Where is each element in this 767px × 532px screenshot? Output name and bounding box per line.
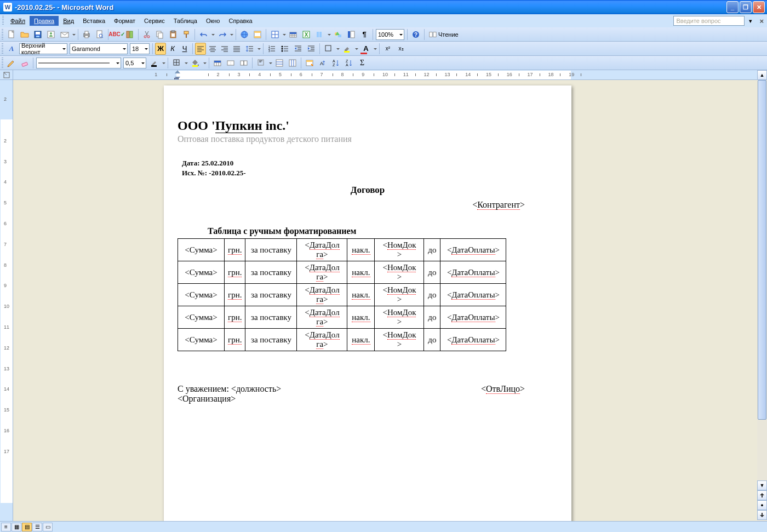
zoom-combo[interactable]: 100% [376, 29, 404, 40]
outside-border-icon[interactable] [322, 43, 340, 55]
table-autoformat-icon[interactable] [304, 57, 316, 69]
close-button[interactable]: ✕ [753, 1, 765, 13]
tables-borders-icon[interactable] [268, 28, 286, 41]
menu-file[interactable]: Файл [6, 16, 30, 26]
scroll-thumb[interactable] [758, 80, 766, 420]
email-icon[interactable] [58, 28, 76, 41]
border-icon[interactable] [170, 57, 188, 69]
header-footer-icon[interactable] [251, 28, 264, 41]
spelling-icon[interactable]: ABC✓ [111, 28, 123, 41]
redo-icon[interactable] [216, 28, 233, 41]
toolbar-grip[interactable] [2, 43, 3, 54]
italic-button[interactable]: К [167, 43, 178, 55]
distribute-rows-icon[interactable] [273, 57, 285, 69]
open-icon[interactable] [19, 28, 31, 41]
maximize-button[interactable]: ❐ [740, 1, 752, 13]
sort-desc-icon[interactable]: ZA [343, 57, 355, 69]
ruler-corner[interactable] [0, 70, 13, 80]
document-meta[interactable]: Дата: 25.02.2010 Исх. №: -2010.02.25- [182, 158, 558, 178]
line-style-combo[interactable] [36, 58, 121, 68]
next-page-icon[interactable] [757, 510, 767, 520]
reading-layout-view-icon[interactable]: ▭ [43, 523, 53, 531]
format-painter-icon[interactable] [180, 28, 192, 41]
align-right-icon[interactable] [219, 43, 230, 55]
align-left-icon[interactable] [195, 43, 206, 55]
document-heading[interactable]: Договор [178, 185, 558, 196]
excel-icon[interactable]: X [300, 28, 312, 41]
toolbar-grip[interactable] [2, 29, 3, 40]
horizontal-ruler[interactable]: 12345678910111213141516171819 [13, 70, 757, 80]
bold-button[interactable]: Ж [155, 43, 166, 55]
table-row[interactable]: <Сумма>грн.за поставку<ДатаДолга>накл.<Н… [178, 284, 506, 306]
doc-map-icon[interactable] [345, 28, 357, 41]
distribute-cols-icon[interactable] [287, 57, 299, 69]
columns-icon[interactable] [313, 28, 331, 41]
table-row[interactable]: <Сумма>грн.за поставку<ДатаДолга>накл.<Н… [178, 306, 506, 329]
eraser-icon[interactable] [19, 57, 31, 69]
shading-color-icon[interactable] [189, 57, 207, 69]
toolbar-grip[interactable] [2, 58, 3, 68]
menu-view[interactable]: Вид [59, 16, 78, 26]
menu-window[interactable]: Окно [202, 16, 225, 26]
research-icon[interactable] [124, 28, 136, 41]
line-weight-combo[interactable]: 0,5 [123, 58, 146, 68]
table-row[interactable]: <Сумма>грн.за поставку<ДатаДолга>накл.<Н… [178, 329, 506, 351]
increase-indent-icon[interactable] [305, 43, 317, 55]
border-color-icon[interactable] [148, 57, 165, 69]
counterparty-placeholder[interactable]: <Контрагент> [178, 200, 558, 210]
underline-button[interactable]: Ч [179, 43, 190, 55]
align-justify-icon[interactable] [231, 43, 242, 55]
closing-block[interactable]: С уважением: <должность> <Организация> <… [178, 384, 558, 404]
table-row[interactable]: <Сумма>грн.за поставку<ДатаДолга>накл.<Н… [178, 261, 506, 284]
normal-view-icon[interactable]: ≡ [1, 523, 11, 531]
vertical-scrollbar[interactable]: ▲ ▼ ● [757, 70, 767, 521]
insert-table-icon[interactable] [211, 57, 224, 69]
browse-object-icon[interactable]: ● [757, 500, 767, 510]
draw-table-icon[interactable] [5, 57, 18, 69]
reading-layout-button[interactable]: Чтение [426, 28, 461, 41]
scroll-down-icon[interactable]: ▼ [757, 480, 767, 490]
align-center-icon[interactable] [207, 43, 218, 55]
help-question-dropdown[interactable]: ▾ [747, 16, 754, 26]
menu-help[interactable]: Справка [224, 16, 256, 26]
table-title[interactable]: Таблица с ручным форматированием [208, 226, 558, 236]
numbering-icon[interactable]: 123 [266, 43, 278, 55]
style-combo[interactable]: Верхний колонт [19, 43, 67, 54]
mdi-close-button[interactable]: × [759, 17, 764, 25]
superscript-icon[interactable]: x² [382, 43, 394, 55]
sort-asc-icon[interactable]: AZ [330, 57, 342, 69]
permissions-icon[interactable] [45, 28, 57, 41]
subscript-icon[interactable]: x₂ [395, 43, 407, 55]
save-icon[interactable] [32, 28, 44, 41]
highlight-icon[interactable] [341, 43, 358, 55]
document-area[interactable]: ООО 'Пупкин inc.' Оптовая поставка проду… [13, 80, 757, 521]
bullets-icon[interactable] [279, 43, 291, 55]
autosum-icon[interactable]: Σ [356, 57, 368, 69]
new-document-icon[interactable] [5, 28, 18, 41]
split-cells-icon[interactable] [238, 57, 250, 69]
menu-table[interactable]: Таблица [169, 16, 202, 26]
help-icon[interactable]: ? [410, 28, 422, 41]
paste-icon[interactable] [167, 28, 179, 41]
minimize-button[interactable]: _ [726, 1, 739, 13]
help-question-input[interactable]: Введите вопрос [673, 16, 745, 26]
show-formatting-icon[interactable]: ¶ [358, 28, 370, 41]
drawing-icon[interactable] [332, 28, 344, 41]
vertical-ruler[interactable]: 2234567891011121314151617 [0, 80, 13, 521]
print-layout-view-icon[interactable]: ▤ [22, 523, 32, 531]
document-page[interactable]: ООО 'Пупкин inc.' Оптовая поставка проду… [164, 85, 571, 521]
print-icon[interactable] [81, 28, 93, 41]
scroll-up-icon[interactable]: ▲ [757, 70, 767, 80]
document-table[interactable]: <Сумма>грн.за поставку<ДатаДолга>накл.<Н… [178, 238, 506, 351]
cut-icon[interactable] [141, 28, 153, 41]
prev-page-icon[interactable] [757, 490, 767, 500]
toolbar-grip[interactable] [2, 16, 4, 26]
menu-tools[interactable]: Сервис [140, 16, 169, 26]
change-text-direction-icon[interactable]: A [317, 57, 329, 69]
table-row[interactable]: <Сумма>грн.за поставку<ДатаДолга>накл.<Н… [178, 239, 506, 261]
copy-icon[interactable] [154, 28, 166, 41]
decrease-indent-icon[interactable] [292, 43, 304, 55]
line-spacing-icon[interactable] [243, 43, 261, 55]
menu-edit[interactable]: Правка [30, 16, 59, 26]
merge-cells-icon[interactable] [225, 57, 237, 69]
